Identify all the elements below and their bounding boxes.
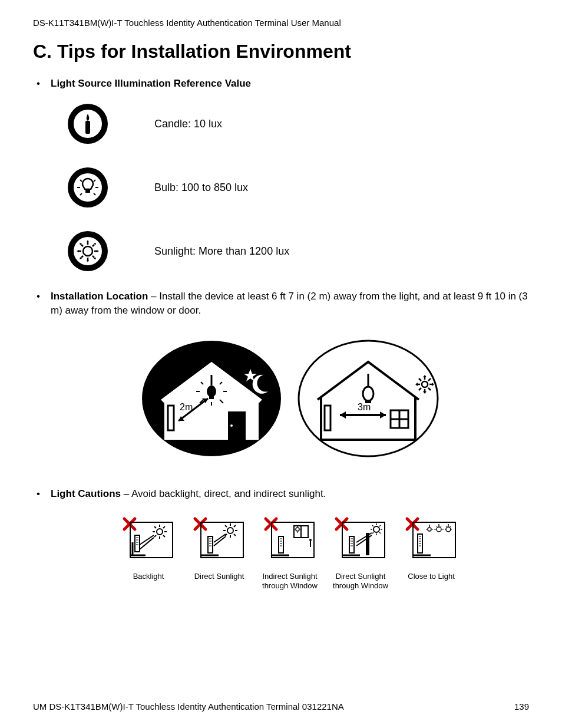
footer-left: UM DS-K1T341BM(W)I-T Touchless Identity …: [33, 701, 344, 711]
svg-marker-72: [415, 383, 418, 386]
svg-marker-71: [423, 391, 427, 394]
svg-point-137: [373, 526, 379, 532]
caution-direct-sunlight: Direct Sunlight: [189, 516, 250, 591]
svg-point-78: [157, 529, 163, 535]
svg-point-36: [207, 386, 216, 397]
svg-point-46: [230, 424, 233, 427]
lux-row-sunlight: Sunlight: More than 1200 lux: [66, 229, 529, 273]
svg-line-68: [419, 388, 421, 390]
caution-backlight-icon: [122, 516, 175, 568]
candle-icon: [66, 102, 110, 146]
svg-line-171: [441, 526, 441, 527]
svg-line-83: [154, 526, 156, 528]
svg-line-173: [450, 526, 451, 527]
svg-line-145: [379, 525, 381, 526]
svg-line-84: [163, 535, 165, 537]
svg-line-69: [428, 378, 431, 381]
svg-line-105: [234, 534, 236, 536]
caution-direct-window-icon: [334, 516, 387, 568]
bullet-label: Installation Location: [51, 291, 148, 302]
document-page: DS-K11T341BM(W)I-T Touchless Identity Au…: [0, 0, 562, 728]
location-day-icon: 3m: [297, 340, 439, 462]
lux-row-bulb: Bulb: 100 to 850 lux: [66, 166, 529, 209]
lux-row-candle: Candle: 10 lux: [66, 102, 529, 146]
bullet-rest: – Avoid backlight, direct, and indirect …: [121, 488, 326, 499]
caution-caption: Indirect Sunlight through Window: [259, 572, 320, 591]
lux-candle-label: Candle: 10 lux: [154, 116, 222, 131]
light-cautions-figure: Backlight: [51, 516, 529, 591]
caution-indirect-window: Indirect Sunlight through Window: [259, 516, 320, 591]
bullet-light-source: Light Source Illumination Reference Valu…: [33, 77, 529, 273]
svg-point-121: [296, 528, 299, 531]
loc-left-dist: 2m: [180, 402, 193, 412]
caution-close-to-light-icon: [405, 516, 458, 568]
caution-caption: Direct Sunlight: [194, 572, 244, 581]
svg-line-170: [437, 526, 437, 527]
svg-marker-73: [432, 383, 434, 386]
svg-line-86: [163, 526, 165, 528]
installation-location-figure: 2m: [51, 340, 529, 462]
svg-rect-5: [85, 189, 90, 193]
svg-rect-52: [325, 406, 330, 430]
svg-point-99: [227, 528, 233, 533]
caution-caption: Direct Sunlight through Window: [330, 572, 391, 591]
location-night-icon: 2m: [141, 340, 282, 462]
sunlight-icon: [66, 229, 110, 273]
page-footer: UM DS-K1T341BM(W)I-T Touchless Identity …: [33, 701, 529, 711]
caution-caption: Close to Light: [408, 572, 455, 581]
bulb-icon: [66, 166, 110, 209]
svg-point-162: [446, 527, 451, 532]
section-title: C. Tips for Installation Environment: [33, 41, 529, 62]
svg-rect-2: [85, 121, 90, 134]
content-list: Light Source Illumination Reference Valu…: [33, 77, 529, 591]
svg-point-54: [363, 387, 373, 401]
svg-marker-61: [380, 411, 386, 419]
svg-line-104: [225, 525, 227, 527]
loc-right-dist: 3m: [358, 402, 371, 412]
svg-line-66: [419, 378, 421, 381]
svg-line-107: [234, 525, 236, 527]
svg-marker-70: [423, 375, 427, 377]
footer-page-number: 139: [514, 701, 529, 711]
caution-indirect-window-icon: [263, 516, 316, 568]
caution-backlight: Backlight: [118, 516, 179, 591]
lux-reference-block: Candle: 10 lux: [66, 102, 529, 273]
svg-point-126: [309, 539, 312, 541]
lux-bulb-label: Bulb: 100 to 850 lux: [154, 180, 248, 195]
lux-sunlight-label: Sunlight: More than 1200 lux: [154, 243, 289, 259]
svg-line-67: [428, 388, 431, 390]
svg-point-74: [422, 381, 428, 387]
running-header: DS-K11T341BM(W)I-T Touchless Identity Au…: [33, 18, 529, 28]
svg-point-158: [428, 528, 431, 531]
svg-line-142: [372, 525, 373, 526]
svg-point-160: [437, 527, 441, 532]
bullet-light-cautions: Light Cautions – Avoid backlight, direct…: [33, 487, 529, 591]
svg-marker-60: [340, 411, 346, 419]
svg-rect-37: [209, 396, 214, 399]
bullet-label: Light Source Illumination Reference Valu…: [51, 78, 251, 89]
svg-line-143: [379, 532, 381, 533]
svg-line-144: [372, 532, 373, 533]
svg-line-85: [154, 535, 156, 537]
bullet-installation-location: Installation Location – Install the devi…: [33, 289, 529, 462]
caution-close-to-light: Close to Light: [401, 516, 462, 591]
caution-caption: Backlight: [133, 572, 164, 581]
caution-direct-window: Direct Sunlight through Window: [330, 516, 391, 591]
bullet-label: Light Cautions: [51, 488, 121, 499]
svg-line-172: [446, 526, 447, 527]
caution-direct-sunlight-icon: [193, 516, 246, 568]
